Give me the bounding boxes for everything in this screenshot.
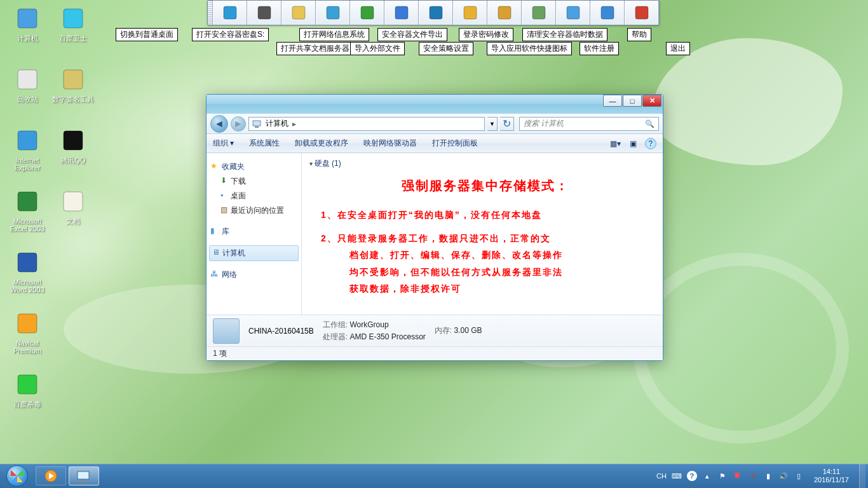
overlay-line2c: 均不受影响，但不能以任何方式从服务器里非法 — [321, 264, 650, 281]
toolbar-globe-icon[interactable] — [316, 1, 350, 25]
excel-icon — [14, 188, 41, 215]
search-input[interactable]: 搜索 计算机 🔍 — [519, 117, 659, 131]
toolbar-folder-export-icon[interactable] — [487, 1, 522, 25]
address-bar[interactable]: 计算机 ▸ — [248, 117, 485, 131]
tray-battery-icon[interactable]: ▯ — [794, 471, 804, 481]
help-icon — [599, 4, 616, 21]
desktop-icon-label: Navicat Premium — [6, 339, 48, 355]
refresh-button[interactable]: ↻ — [500, 117, 514, 131]
toolbar-download-icon[interactable] — [350, 1, 384, 25]
cmd-map-drive[interactable]: 映射网络驱动器 — [363, 138, 417, 149]
toolbar-cd-icon[interactable] — [556, 1, 590, 25]
tray-clock[interactable]: 14:11 2016/11/17 — [809, 468, 854, 484]
organize-menu[interactable]: 组织 ▾ — [213, 138, 234, 149]
toolbar-grip[interactable] — [208, 1, 213, 25]
breadcrumb-arrow[interactable]: ▸ — [292, 119, 296, 128]
svg-rect-12 — [258, 6, 271, 19]
desktop-qq-icon[interactable]: 腾讯QQ — [52, 127, 94, 177]
nav-network[interactable]: 🖧网络 — [207, 268, 301, 282]
tray-app1-icon[interactable]: ✦ — [748, 471, 758, 481]
desktop-ie-icon[interactable]: Internet Explorer — [6, 127, 48, 177]
cmd-control-panel[interactable]: 打开控制面板 — [432, 138, 478, 149]
taskbar: CH ⌨ ? ▴ ⚑ ⛊ ✦ ▮ 🔊 ▯ 14:11 2016/11/17 — [0, 464, 868, 488]
toolbar-folder-icon[interactable] — [281, 1, 316, 25]
tray-expand-icon[interactable]: ▴ — [702, 471, 712, 481]
toolbar-exit-icon[interactable] — [625, 1, 659, 25]
tray-lang[interactable]: CH — [656, 471, 667, 481]
show-desktop-button[interactable] — [859, 464, 865, 488]
desktop-computer-icon[interactable]: 计算机 — [6, 5, 48, 55]
category-drives[interactable]: 硬盘 (1) — [309, 159, 341, 168]
taskbar-app-explorer[interactable] — [69, 466, 99, 485]
tray-volume-icon[interactable]: 🔊 — [778, 471, 789, 481]
nav-downloads[interactable]: ⬇下载 — [207, 174, 301, 189]
close-button[interactable]: ✕ — [642, 95, 661, 107]
svg-rect-11 — [224, 6, 236, 19]
navigation-pane: ★收藏夹 ⬇下载 ▪桌面 ▧最近访问的位置 ▮库 🖥计算机 🖧网络 — [207, 153, 302, 315]
window-titlebar[interactable]: — □ ✕ — [207, 95, 663, 114]
toolbar-help-icon[interactable] — [590, 1, 625, 25]
cmd-system-properties[interactable]: 系统属性 — [249, 138, 280, 149]
toolbar-label: 切换到普通桌面 — [116, 28, 178, 41]
svg-rect-7 — [64, 9, 83, 28]
desktop-baidu-antivirus-icon[interactable]: 百度杀毒 — [6, 371, 48, 421]
toolbar-label: 导入外部文件 — [350, 42, 405, 55]
tray-shield-icon[interactable]: ⛊ — [733, 471, 743, 481]
minimize-button[interactable]: — — [603, 95, 622, 107]
nav-computer[interactable]: 🖥计算机 — [209, 245, 299, 261]
print-icon — [256, 4, 273, 21]
toolbar-key-icon[interactable] — [453, 1, 487, 25]
desktop-excel-icon[interactable]: Microsoft Excel 2003 — [6, 188, 48, 238]
toolbar-label: 软件注册 — [580, 42, 619, 55]
tray-network-icon[interactable]: ▮ — [763, 471, 773, 481]
app-toolbar — [207, 0, 660, 25]
toolbar-gear-icon[interactable] — [419, 1, 453, 25]
desktop-recycle-bin-icon[interactable]: 回收站 — [6, 66, 48, 116]
globe-icon — [325, 4, 341, 21]
desktop-baidu-guard-icon[interactable]: 百度卫士 — [52, 5, 94, 55]
svg-rect-10 — [64, 192, 83, 211]
svg-rect-17 — [430, 6, 442, 19]
overlay-line2a: 2、只能登录服务器工作，数据只进不出，正常的文 — [321, 230, 650, 247]
baidu-guard-icon — [60, 5, 86, 32]
toolbar-upload-icon[interactable] — [384, 1, 419, 25]
nav-favorites[interactable]: ★收藏夹 — [207, 159, 301, 174]
toolbar-back-icon[interactable] — [213, 1, 247, 25]
toolbar-label: 清理安全容器临时数据 — [522, 28, 607, 41]
help-button[interactable]: ? — [645, 138, 656, 149]
maximize-button[interactable]: □ — [623, 95, 642, 107]
toolbar-label: 打开共享文档服务器 — [276, 42, 354, 55]
status-bar: 1 项 — [207, 346, 663, 360]
folder-export-icon — [496, 4, 513, 21]
view-mode-button[interactable]: ▦▾ — [609, 138, 621, 149]
nav-desktop[interactable]: ▪桌面 — [207, 189, 301, 203]
desktop-icon-label: Microsoft Word 2003 — [6, 278, 48, 294]
cmd-uninstall[interactable]: 卸载或更改程序 — [295, 138, 348, 149]
address-dropdown[interactable]: ▼ — [487, 117, 498, 131]
desktop-digisign-icon[interactable]: 数字签名工具 — [52, 66, 94, 116]
nav-libraries[interactable]: ▮库 — [207, 224, 301, 239]
address-segment[interactable]: 计算机 — [266, 118, 288, 129]
windows-orb-icon — [6, 465, 28, 487]
desktop-word-icon[interactable]: Microsoft Word 2003 — [6, 249, 48, 299]
taskbar-pin-mediaplayer[interactable] — [36, 466, 66, 485]
toolbar-print-icon[interactable] — [247, 1, 281, 25]
start-button[interactable] — [0, 464, 34, 488]
tray-help-icon[interactable]: ? — [687, 471, 697, 481]
svg-rect-16 — [395, 6, 408, 19]
svg-rect-23 — [635, 6, 648, 19]
tray-flag-icon[interactable]: ⚑ — [717, 471, 728, 481]
nav-back-button[interactable]: ◄ — [210, 115, 228, 133]
preview-pane-button[interactable]: ▣ — [627, 138, 639, 149]
nav-recent[interactable]: ▧最近访问的位置 — [207, 203, 301, 218]
desktop-navicat-icon[interactable]: Navicat Premium — [6, 310, 48, 360]
search-icon[interactable]: 🔍 — [645, 119, 654, 128]
toolbar-recycle-clean-icon[interactable] — [522, 1, 556, 25]
desktop-documents-icon[interactable]: 文档 — [52, 188, 94, 238]
tray-keyboard-icon[interactable]: ⌨ — [672, 471, 682, 481]
svg-rect-5 — [18, 314, 37, 333]
overlay-title: 强制服务器集中存储模式： — [321, 173, 650, 198]
computer-icon — [252, 119, 262, 129]
nav-forward-button[interactable]: ► — [231, 116, 246, 132]
computer-icon — [14, 5, 41, 32]
